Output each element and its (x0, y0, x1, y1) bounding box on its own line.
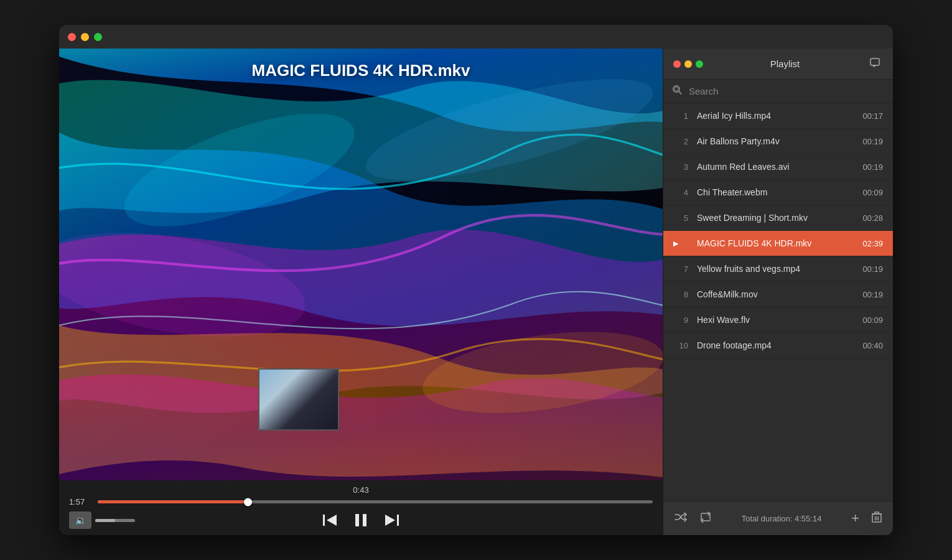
item-number: 5 (673, 213, 688, 223)
add-button[interactable]: + (849, 508, 862, 529)
svg-marker-9 (385, 515, 395, 526)
shuffle-icon (674, 512, 687, 522)
item-name: Sweet Dreaming | Short.mkv (697, 213, 856, 223)
playlist-item[interactable]: 9 Hexi Wave.flv 00:09 (663, 307, 893, 333)
search-icon-svg (672, 85, 683, 95)
svg-rect-5 (323, 515, 325, 526)
item-name: Hexi Wave.flv (697, 315, 856, 325)
playlist-item[interactable]: 10 Drone footage.mp4 00:40 (663, 333, 893, 358)
scrub-thumbnail (258, 368, 339, 431)
thumbnail-preview (259, 370, 338, 429)
item-number: 8 (673, 290, 688, 299)
item-name: Autumn Red Leaves.avi (697, 162, 856, 172)
svg-point-14 (674, 87, 678, 91)
item-duration: 00:19 (856, 162, 883, 172)
svg-rect-8 (363, 514, 366, 526)
item-duration: 00:17 (856, 111, 883, 121)
item-name: Air Ballons Party.m4v (697, 136, 856, 146)
minimize-button[interactable] (81, 33, 89, 41)
maximize-button[interactable] (94, 33, 102, 41)
playlist-item[interactable]: 4 Chi Theater.webm 00:09 (663, 180, 893, 205)
playlist-item[interactable]: 8 Coffe&Milk.mov 00:19 (663, 282, 893, 307)
playlist-maximize[interactable] (696, 60, 703, 68)
playlist-item[interactable]: 1 Aerial Icy Hills.mp4 00:17 (663, 103, 893, 129)
item-name: Yellow fruits and vegs.mp4 (697, 264, 856, 274)
item-number: 3 (673, 162, 688, 172)
volume-button[interactable]: 🔉 (69, 511, 91, 529)
playback-controls (323, 513, 399, 528)
item-duration: 00:09 (856, 188, 883, 197)
svg-rect-10 (397, 515, 399, 526)
item-number: 2 (673, 137, 688, 146)
scrub-time-display: 0:43 (69, 485, 653, 495)
pause-icon (354, 513, 368, 528)
delete-button[interactable] (869, 509, 884, 528)
seek-bar-fill (98, 500, 248, 503)
video-section: MAGIC FLUIDS 4K HDR.mkv 0:43 1:57 (59, 49, 663, 535)
play-indicator: ▶ (673, 240, 688, 248)
playlist-item[interactable]: 7 Yellow fruits and vegs.mp4 00:19 (663, 256, 893, 282)
playlist-footer: Total duration: 4:55:14 + (663, 501, 893, 535)
item-number: 9 (673, 315, 688, 325)
svg-rect-11 (870, 58, 879, 65)
item-name: Aerial Icy Hills.mp4 (697, 111, 856, 121)
window-controls (68, 33, 102, 41)
playlist-header: Playlist (663, 49, 893, 80)
repeat-icon (699, 511, 712, 523)
controls-bar: 0:43 1:57 🔉 (59, 480, 663, 535)
playlist-title: Playlist (770, 58, 800, 69)
app-window: MAGIC FLUIDS 4K HDR.mkv 0:43 1:57 (59, 25, 893, 535)
current-time: 1:57 (69, 497, 91, 506)
pause-button[interactable] (354, 513, 368, 528)
total-duration: Total duration: 4:55:14 (722, 514, 841, 523)
playlist-close[interactable] (673, 60, 681, 68)
video-title: MAGIC FLUIDS 4K HDR.mkv (59, 61, 663, 80)
next-button[interactable] (383, 513, 399, 527)
svg-line-15 (679, 91, 681, 94)
main-content: MAGIC FLUIDS 4K HDR.mkv 0:43 1:57 (59, 49, 893, 535)
item-duration: 00:28 (856, 213, 883, 223)
close-button[interactable] (68, 33, 76, 41)
search-input[interactable] (689, 86, 884, 96)
shuffle-button[interactable] (672, 510, 689, 528)
playlist-minimize[interactable] (684, 60, 692, 68)
playlist-item[interactable]: 5 Sweet Dreaming | Short.mkv 00:28 (663, 205, 893, 231)
svg-marker-12 (872, 65, 876, 67)
search-icon (672, 85, 683, 98)
video-background (59, 49, 663, 480)
svg-rect-7 (355, 514, 359, 526)
item-name: Drone footage.mp4 (697, 340, 856, 350)
item-number: 1 (673, 111, 688, 121)
item-name: Coffe&Milk.mov (697, 289, 856, 299)
playlist-window-controls (673, 60, 703, 68)
item-duration: 00:19 (856, 264, 883, 274)
title-bar (59, 25, 893, 49)
delete-icon (872, 511, 882, 523)
item-number: 10 (673, 341, 688, 350)
seek-bar[interactable] (98, 500, 653, 503)
item-duration: 00:19 (856, 290, 883, 299)
item-number: 4 (673, 188, 688, 197)
item-duration: 00:09 (856, 315, 883, 325)
item-number: 7 (673, 264, 688, 274)
seek-bar-container: 1:57 (69, 497, 653, 506)
volume-section: 🔉 (69, 511, 135, 529)
item-duration: 00:19 (856, 137, 883, 146)
playlist-items: 1 Aerial Icy Hills.mp4 00:17 2 Air Ballo… (663, 103, 893, 501)
volume-slider[interactable] (95, 519, 135, 522)
video-area[interactable]: MAGIC FLUIDS 4K HDR.mkv (59, 49, 663, 480)
previous-icon (323, 513, 339, 527)
svg-marker-6 (327, 515, 337, 526)
item-duration: 02:39 (856, 239, 883, 248)
seek-bar-thumb (244, 498, 252, 506)
item-name: Chi Theater.webm (697, 187, 856, 197)
playlist-item[interactable]: 3 Autumn Red Leaves.avi 00:19 (663, 154, 893, 180)
volume-fill (95, 519, 115, 522)
previous-button[interactable] (323, 513, 339, 527)
playlist-item[interactable]: ▶ MAGIC FLUIDS 4K HDR.mkv 02:39 (663, 231, 893, 256)
playlist-item[interactable]: 2 Air Ballons Party.m4v 00:19 (663, 129, 893, 154)
item-name: MAGIC FLUIDS 4K HDR.mkv (697, 238, 856, 248)
chat-icon (869, 57, 880, 68)
repeat-button[interactable] (697, 509, 714, 528)
playlist-menu-button[interactable] (867, 55, 883, 73)
